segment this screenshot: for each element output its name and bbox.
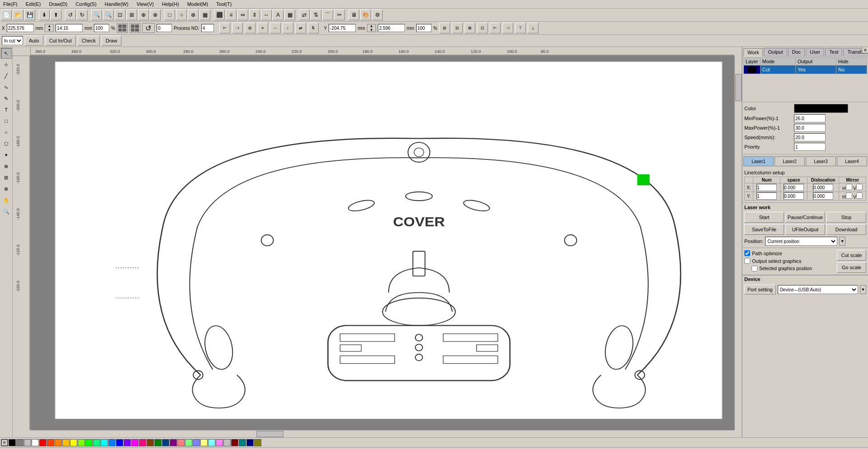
draw-button[interactable]: Draw [102,36,121,46]
color-chip-navy[interactable] [246,439,254,446]
flip-v-button[interactable]: ⇅ [308,23,319,33]
rotate-ccw-button[interactable]: ↺ [142,23,155,33]
in-cut-select[interactable]: In cut [2,36,23,45]
color-chip-yellow-green[interactable] [78,439,85,446]
align-tool[interactable]: ≡ [226,9,237,20]
mirror-h-tool[interactable]: ⇄ [299,9,310,20]
color-chip-light-blue[interactable] [193,439,200,446]
menu-config[interactable]: Config(S) [74,1,97,7]
table-btn6[interactable]: ⊣ [502,23,513,33]
new-button[interactable]: 📄 [1,9,12,20]
grid-tool[interactable]: ⊞ [1,172,12,183]
pen-tool[interactable]: ✎ [1,93,12,104]
align-center-h-button[interactable]: ⊣ [232,23,243,33]
y-h-checkbox[interactable] [846,192,852,199]
go-scale-button[interactable]: Go scale [837,262,866,273]
y-num-input[interactable] [757,192,777,200]
measure-tool[interactable]: ⊕ [1,161,12,172]
device-select[interactable]: Device---(USB:Auto) [778,285,858,294]
tab-work[interactable]: Work [743,48,763,56]
tab-doc[interactable]: Doc [788,48,805,56]
table-btn5[interactable]: ⊢ [490,23,501,33]
space-h-button[interactable]: ↔ [270,23,281,33]
color-chip-red-orange[interactable] [47,439,54,446]
zoom-tool-left[interactable]: 🔍 [1,206,12,217]
horizontal-scrollbar[interactable] [31,430,734,437]
download-button[interactable]: Download [826,224,866,235]
star-tool[interactable]: ✦ [1,150,12,160]
color-chip-violet[interactable] [124,439,131,446]
color-chip-white[interactable] [32,439,39,446]
import-button[interactable]: ⬇ [39,9,50,20]
laser4-tab[interactable]: Laser4 [837,156,867,166]
x-value-input[interactable] [7,24,34,32]
y-space-input[interactable] [784,192,804,200]
color-chip-azure[interactable] [108,439,116,446]
color-chip-olive[interactable] [254,439,261,446]
x-v-checkbox[interactable] [856,184,863,190]
color-chip-light-cyan[interactable] [208,439,215,446]
group-tool[interactable]: ⬛ [214,9,225,20]
export-button[interactable]: ⬆ [51,9,61,20]
eye-tool[interactable]: ⊗ [1,183,12,194]
color-swatch[interactable] [794,104,848,113]
menu-model[interactable]: Model(M) [186,1,209,7]
process-no-input[interactable] [201,24,214,32]
flip-h-button[interactable]: ⇄ [295,23,306,33]
y-v-checkbox[interactable] [856,192,863,199]
check-button[interactable]: Check [78,36,100,46]
table-btn8[interactable]: ⊥ [528,23,538,33]
x-h-checkbox[interactable] [846,184,852,190]
hscroll-thumb[interactable] [256,431,283,437]
color-chip-spring-green[interactable] [93,439,100,446]
bezier-tool[interactable]: ∿ [1,82,12,93]
x-lock-button[interactable]: ▲▼ [45,24,54,32]
x-pct-input[interactable] [94,24,109,32]
grid-view2-button[interactable] [130,23,140,33]
settings-tool[interactable]: ⚙ [372,9,383,20]
menu-file[interactable]: File(F) [2,1,19,7]
cut-inout-button[interactable]: Cut In/Out [45,36,76,46]
vertical-scrollbar[interactable] [734,56,742,430]
screen-tool[interactable]: 🖥 [348,9,359,20]
min-power-input[interactable] [794,114,826,122]
zoom-actual-button[interactable]: ⊗ [150,9,161,20]
color-chip-light-gray[interactable] [223,439,231,446]
zoom-custom-button[interactable]: ⊕ [138,9,149,20]
color-chip-green[interactable] [85,439,93,446]
auto-button[interactable]: Auto [25,36,43,46]
color-chip-black[interactable] [9,439,16,446]
dimension-tool[interactable]: ↔ [261,9,272,20]
distribute-button[interactable]: ≡ [257,23,268,33]
color-chip-maroon[interactable] [231,439,238,446]
x-num-input[interactable] [757,184,777,191]
save-to-file-button[interactable]: SaveToFile [744,224,784,235]
y-pct-input[interactable] [416,24,432,32]
zoom-select-button[interactable]: ⊞ [126,9,137,20]
polygon-tool[interactable]: ⬡ [1,138,12,149]
x-disloc-input[interactable] [813,184,833,191]
color-chip-magenta[interactable] [131,439,139,446]
color-chip-orange[interactable] [55,439,62,446]
tab-user[interactable]: User [806,48,824,56]
space-v-button[interactable]: ↕ [283,23,293,33]
color-chip-gray[interactable] [16,439,23,446]
table-btn2[interactable]: ⊟ [452,23,463,33]
open-button[interactable]: 📂 [13,9,23,20]
y-delta-input[interactable] [378,24,405,32]
zoom-out-button[interactable]: 🔍 [103,9,114,20]
panel-close-button[interactable]: ✕ [862,47,868,53]
color-chip-light-magenta[interactable] [216,439,223,446]
canvas-area[interactable]: COVER [31,56,734,430]
table-btn1[interactable]: ⊞ [439,23,450,33]
color-chip-rose[interactable] [139,439,146,446]
tab-test[interactable]: Test [825,48,842,56]
layer-row[interactable]: Cut Yes No [744,65,867,74]
color-chip-blue[interactable] [116,439,123,446]
device-dropdown-btn[interactable]: ▼ [860,285,866,294]
save-button[interactable]: 💾 [24,9,35,20]
color-chip-red[interactable] [39,439,46,446]
rotate-input[interactable] [157,24,172,32]
vscroll-thumb[interactable] [735,74,742,101]
color-chip-yellow[interactable] [70,439,77,446]
